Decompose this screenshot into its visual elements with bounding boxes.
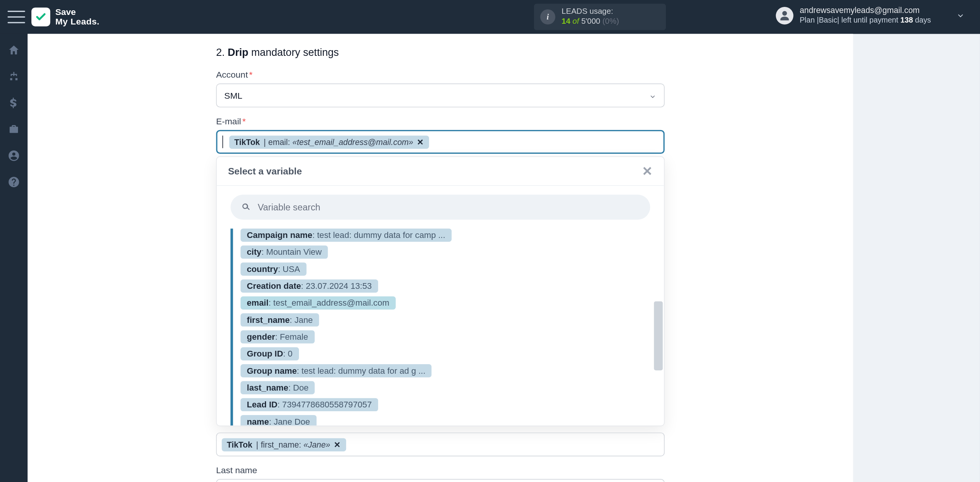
top-bar: Save My Leads. i LEADS usage: 14 of 5'00… (0, 0, 980, 34)
account-label: Account* (216, 70, 665, 80)
chevron-down-icon (956, 11, 965, 20)
variable-option[interactable]: gender: Female (241, 330, 315, 343)
left-nav (0, 34, 28, 482)
usage-current: 14 (562, 17, 570, 26)
close-icon[interactable]: ✕ (642, 168, 653, 174)
menu-toggle-button[interactable] (8, 11, 25, 23)
account-select[interactable]: SML (216, 83, 665, 107)
variable-option[interactable]: Creation date: 23.07.2024 13:53 (241, 279, 378, 292)
sitemap-icon[interactable] (8, 70, 20, 83)
variable-option[interactable]: name: Jane Doe (241, 415, 317, 426)
email-label: E-mail* (216, 116, 665, 126)
variable-option[interactable]: last_name: Doe (241, 381, 315, 394)
variable-option[interactable]: first_name: Jane (241, 313, 319, 326)
usage-label: LEADS usage: (562, 7, 619, 17)
leads-usage-badge: i LEADS usage: 14 of 5'000 (0%) (534, 4, 666, 30)
account-selected-value: SML (224, 90, 242, 100)
page-body: 2. Drip mandatory settings Account* SML … (28, 34, 980, 482)
variable-option[interactable]: country: USA (241, 262, 307, 275)
lastname-label: Last name (216, 465, 665, 475)
user-plan: Plan |Basic| left until payment 138 days (800, 16, 931, 25)
home-icon[interactable] (8, 44, 20, 57)
help-icon[interactable] (8, 176, 20, 188)
settings-card: 2. Drip mandatory settings Account* SML … (28, 34, 853, 482)
section-heading: 2. Drip mandatory settings (216, 46, 665, 58)
user-email: andrewsavemyleads@gmail.com (800, 6, 931, 16)
token-remove-icon[interactable]: ✕ (417, 137, 424, 147)
app-name: Save My Leads. (55, 7, 100, 27)
variable-token-firstname[interactable]: TikTok | first_name: «Jane» ✕ (222, 438, 346, 451)
briefcase-icon[interactable] (8, 123, 20, 136)
variable-search-wrap (230, 195, 650, 220)
firstname-field[interactable]: TikTok | first_name: «Jane» ✕ (216, 433, 665, 456)
user-icon (779, 10, 791, 21)
dropdown-title: Select a variable (228, 166, 302, 176)
variable-option[interactable]: email: test_email_address@mail.com (241, 296, 396, 309)
variable-option[interactable]: city: Mountain View (241, 246, 328, 259)
usage-total: 5'000 (581, 17, 600, 26)
text-cursor (222, 135, 223, 148)
variable-dropdown: Select a variable ✕ Campaign name: test … (216, 156, 665, 427)
app-logo[interactable] (31, 8, 50, 26)
variable-list[interactable]: Campaign name: test lead: dummy data for… (217, 226, 664, 426)
checkmark-icon (35, 11, 47, 23)
info-icon: i (540, 10, 555, 24)
usage-percent: (0%) (603, 17, 619, 26)
variable-option[interactable]: Lead ID: 7394778680558797057 (241, 398, 378, 411)
user-circle-icon[interactable] (8, 150, 20, 162)
token-remove-icon[interactable]: ✕ (334, 440, 341, 449)
search-icon (241, 202, 252, 213)
variable-option[interactable]: Campaign name: test lead: dummy data for… (241, 228, 452, 241)
dollar-icon[interactable] (8, 97, 20, 109)
variable-token-email[interactable]: TikTok | email: «test_email_address@mail… (229, 135, 429, 148)
user-menu[interactable]: andrewsavemyleads@gmail.com Plan |Basic|… (776, 6, 965, 25)
variable-option[interactable]: Group ID: 0 (241, 347, 299, 360)
chevron-down-icon (649, 93, 657, 101)
variable-search-input[interactable] (258, 202, 640, 212)
avatar (776, 7, 794, 24)
scrollbar-thumb[interactable] (654, 301, 663, 371)
lastname-field[interactable]: TikTok | last_name: «Doe» ✕ (216, 479, 665, 482)
variable-option[interactable]: Group name: test lead: dummy data for ad… (241, 364, 432, 377)
email-field[interactable]: TikTok | email: «test_email_address@mail… (216, 130, 665, 154)
